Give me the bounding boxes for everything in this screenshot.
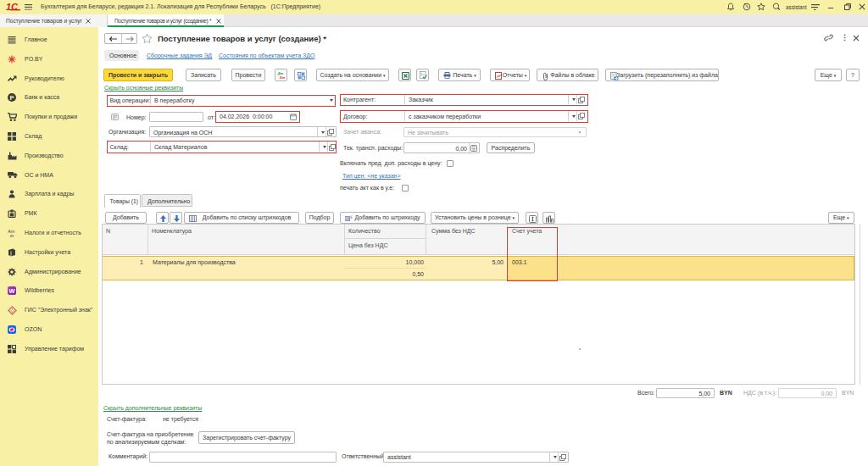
svg-text:ку: ку (10, 234, 14, 238)
svg-text:W: W (8, 287, 15, 295)
svg-text:Кт: Кт (280, 75, 286, 80)
svg-text:P: P (10, 94, 14, 102)
svg-text:1с: 1с (420, 72, 424, 76)
